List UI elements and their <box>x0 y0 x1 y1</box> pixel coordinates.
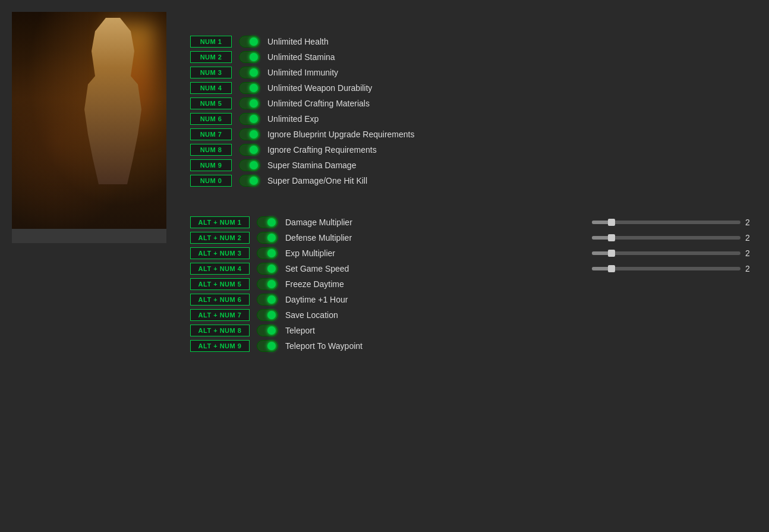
slider-container-3: 2 <box>592 264 757 273</box>
cheat-label-num-2: Unlimited Immunity <box>267 68 757 77</box>
slider-thumb-0[interactable] <box>608 219 615 226</box>
toggle-num-0[interactable] <box>239 36 260 48</box>
toggle-thumb <box>250 161 258 169</box>
cheat-label-num-0: Unlimited Health <box>267 37 757 46</box>
alt-cheat-row-2: ALT + NUM 3Exp Multiplier2 <box>190 247 757 259</box>
toggle-thumb <box>250 84 258 92</box>
toggle-track-alt-2 <box>257 247 278 259</box>
main-layout: NUM 1Unlimited HealthNUM 2Unlimited Stam… <box>0 0 769 532</box>
key-button-num-5[interactable]: NUM 6 <box>190 113 232 125</box>
key-button-num-1[interactable]: NUM 2 <box>190 51 232 63</box>
key-button-alt-6[interactable]: ALT + NUM 7 <box>190 309 250 321</box>
toggle-thumb-alt-8 <box>267 342 276 350</box>
toggle-track-alt-8 <box>257 340 278 352</box>
key-button-alt-7[interactable]: ALT + NUM 8 <box>190 325 250 336</box>
slider-track-0[interactable] <box>592 221 740 224</box>
toggle-thumb <box>250 37 258 46</box>
toggle-num-2[interactable] <box>239 67 260 78</box>
cheat-label-alt-2: Exp Multiplier <box>285 248 585 258</box>
toggle-alt-6[interactable] <box>257 309 278 321</box>
key-button-alt-8[interactable]: ALT + NUM 9 <box>190 340 250 352</box>
cheat-label-num-3: Unlimited Weapon Durability <box>267 83 757 93</box>
right-panel: NUM 1Unlimited HealthNUM 2Unlimited Stam… <box>190 12 757 520</box>
cheat-label-alt-1: Defense Multiplier <box>285 233 585 243</box>
toggle-num-5[interactable] <box>239 113 260 125</box>
key-button-num-2[interactable]: NUM 3 <box>190 67 232 78</box>
toggle-num-7[interactable] <box>239 144 260 156</box>
toggle-alt-4[interactable] <box>257 278 278 290</box>
toggle-thumb <box>250 146 258 154</box>
cheat-label-num-8: Super Stamina Damage <box>267 160 757 170</box>
trainer-label <box>12 229 166 243</box>
key-button-num-4[interactable]: NUM 5 <box>190 97 232 109</box>
num-cheat-row-7: NUM 8Ignore Crafting Requirements <box>190 144 757 156</box>
toggle-track-alt-3 <box>257 263 278 275</box>
toggle-num-3[interactable] <box>239 82 260 94</box>
key-button-num-7[interactable]: NUM 8 <box>190 144 232 156</box>
toggle-alt-7[interactable] <box>257 325 278 336</box>
cheat-label-num-7: Ignore Crafting Requirements <box>267 145 757 155</box>
num-cheat-row-6: NUM 7Ignore Blueprint Upgrade Requiremen… <box>190 128 757 140</box>
key-button-alt-4[interactable]: ALT + NUM 5 <box>190 278 250 290</box>
alt-cheat-row-1: ALT + NUM 2Defense Multiplier2 <box>190 232 757 244</box>
alt-cheats-section: ALT + NUM 1Damage Multiplier2ALT + NUM 2… <box>190 216 757 352</box>
toggle-num-6[interactable] <box>239 128 260 140</box>
close-button[interactable] <box>745 7 762 24</box>
slider-track-3[interactable] <box>592 267 740 270</box>
toggle-alt-3[interactable] <box>257 263 278 275</box>
key-button-num-6[interactable]: NUM 7 <box>190 128 232 140</box>
toggle-thumb-alt-1 <box>267 234 276 242</box>
toggle-thumb <box>250 177 258 185</box>
toggle-alt-2[interactable] <box>257 247 278 259</box>
key-button-alt-1[interactable]: ALT + NUM 2 <box>190 232 250 244</box>
toggle-thumb <box>250 53 258 61</box>
num-cheat-row-8: NUM 9Super Stamina Damage <box>190 159 757 171</box>
left-panel <box>12 12 166 520</box>
slider-thumb-1[interactable] <box>608 234 615 241</box>
key-button-alt-3[interactable]: ALT + NUM 4 <box>190 263 250 275</box>
toggle-track-alt-6 <box>257 309 278 321</box>
key-button-num-0[interactable]: NUM 1 <box>190 36 232 48</box>
toggle-alt-0[interactable] <box>257 216 278 228</box>
toggle-alt-8[interactable] <box>257 340 278 352</box>
slider-thumb-3[interactable] <box>608 265 615 272</box>
cover-title <box>18 209 160 211</box>
cheat-label-alt-3: Set Game Speed <box>285 264 585 273</box>
alt-cheat-row-5: ALT + NUM 6Daytime +1 Hour <box>190 294 757 306</box>
slider-track-2[interactable] <box>592 251 740 255</box>
toggle-track-alt-4 <box>257 278 278 290</box>
toggle-thumb-alt-0 <box>267 218 276 226</box>
slider-container-2: 2 <box>592 248 757 258</box>
toggle-track-alt-1 <box>257 232 278 244</box>
toggle-num-8[interactable] <box>239 159 260 171</box>
slider-thumb-2[interactable] <box>608 250 615 257</box>
num-cheat-row-0: NUM 1Unlimited Health <box>190 36 757 48</box>
num-cheats-section: NUM 1Unlimited HealthNUM 2Unlimited Stam… <box>190 36 757 187</box>
key-button-alt-5[interactable]: ALT + NUM 6 <box>190 294 250 306</box>
toggle-track <box>239 97 260 109</box>
alt-cheat-row-6: ALT + NUM 7Save Location <box>190 309 757 321</box>
key-button-num-8[interactable]: NUM 9 <box>190 159 232 171</box>
toggle-track <box>239 67 260 78</box>
cheat-label-alt-6: Save Location <box>285 310 757 320</box>
num-cheat-row-9: NUM 0Super Damage/One Hit Kill <box>190 175 757 187</box>
cheat-label-num-9: Super Damage/One Hit Kill <box>267 176 757 185</box>
toggle-thumb <box>250 130 258 138</box>
toggle-thumb <box>250 115 258 123</box>
toggle-num-1[interactable] <box>239 51 260 63</box>
alt-cheat-row-3: ALT + NUM 4Set Game Speed2 <box>190 263 757 275</box>
key-button-alt-0[interactable]: ALT + NUM 1 <box>190 216 250 228</box>
toggle-thumb <box>250 68 258 77</box>
key-button-alt-2[interactable]: ALT + NUM 3 <box>190 247 250 259</box>
key-button-num-3[interactable]: NUM 4 <box>190 82 232 94</box>
slider-track-1[interactable] <box>592 236 740 240</box>
toggle-alt-5[interactable] <box>257 294 278 306</box>
cheat-label-alt-5: Daytime +1 Hour <box>285 295 757 304</box>
toggle-num-4[interactable] <box>239 97 260 109</box>
toggle-num-9[interactable] <box>239 175 260 187</box>
num-cheat-row-2: NUM 3Unlimited Immunity <box>190 67 757 78</box>
slider-value-2: 2 <box>745 248 757 258</box>
cheat-label-num-5: Unlimited Exp <box>267 114 757 124</box>
toggle-alt-1[interactable] <box>257 232 278 244</box>
key-button-num-9[interactable]: NUM 0 <box>190 175 232 187</box>
